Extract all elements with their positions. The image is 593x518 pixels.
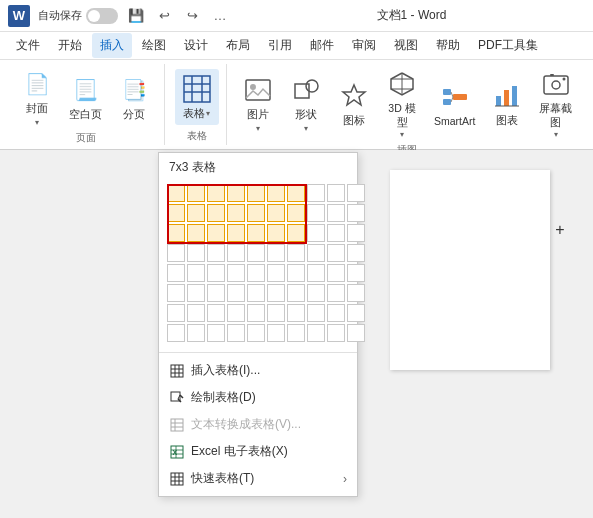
grid-cell[interactable] — [187, 204, 205, 222]
grid-cell[interactable] — [287, 204, 305, 222]
grid-cell[interactable] — [227, 324, 245, 342]
grid-cell[interactable] — [307, 184, 325, 202]
grid-cell[interactable] — [267, 284, 285, 302]
menu-view[interactable]: 视图 — [386, 33, 426, 58]
grid-cell[interactable] — [327, 184, 345, 202]
grid-cell[interactable] — [187, 244, 205, 262]
grid-cell[interactable] — [347, 184, 365, 202]
menu-layout[interactable]: 布局 — [218, 33, 258, 58]
grid-cell[interactable] — [207, 204, 225, 222]
grid-cell[interactable] — [327, 244, 345, 262]
grid-cell[interactable] — [207, 264, 225, 282]
save-icon[interactable]: 💾 — [126, 6, 146, 26]
chart-button[interactable]: 图表 — [485, 76, 529, 132]
grid-cell[interactable] — [347, 224, 365, 242]
grid-cell[interactable] — [307, 204, 325, 222]
grid-cell[interactable] — [247, 184, 265, 202]
grid-cell[interactable] — [347, 204, 365, 222]
grid-cell[interactable] — [227, 224, 245, 242]
grid-cell[interactable] — [247, 284, 265, 302]
picture-button[interactable]: 图片 ▾ — [236, 70, 280, 137]
grid-cell[interactable] — [167, 264, 185, 282]
grid-cell[interactable] — [207, 244, 225, 262]
grid-cell[interactable] — [327, 284, 345, 302]
smartart-button[interactable]: SmartArt — [428, 77, 481, 131]
grid-cell[interactable] — [227, 284, 245, 302]
cover-button[interactable]: 📄 封面 ▾ — [15, 64, 59, 131]
grid-cell[interactable] — [207, 184, 225, 202]
grid-cell[interactable] — [347, 244, 365, 262]
grid-cell[interactable] — [327, 224, 345, 242]
blank-page-button[interactable]: 📃 空白页 — [63, 70, 108, 126]
grid-cell[interactable] — [307, 284, 325, 302]
grid-cell[interactable] — [247, 224, 265, 242]
grid-cell[interactable] — [307, 324, 325, 342]
grid-cell[interactable] — [267, 304, 285, 322]
grid-cell[interactable] — [207, 224, 225, 242]
grid-cell[interactable] — [327, 204, 345, 222]
grid-cell[interactable] — [307, 304, 325, 322]
grid-cell[interactable] — [187, 224, 205, 242]
grid-cell[interactable] — [167, 304, 185, 322]
grid-cell[interactable] — [327, 324, 345, 342]
grid-cell[interactable] — [167, 224, 185, 242]
shape-button[interactable]: 形状 ▾ — [284, 70, 328, 137]
table-grid[interactable] — [159, 180, 357, 348]
grid-cell[interactable] — [327, 264, 345, 282]
grid-cell[interactable] — [167, 284, 185, 302]
grid-cell[interactable] — [227, 304, 245, 322]
undo-icon[interactable]: ↩ — [154, 6, 174, 26]
screenshot-button[interactable]: 屏幕截 图 ▾ — [533, 64, 578, 143]
grid-cell[interactable] — [227, 264, 245, 282]
grid-cell[interactable] — [247, 304, 265, 322]
grid-cell[interactable] — [267, 264, 285, 282]
grid-cell[interactable] — [207, 304, 225, 322]
grid-cell[interactable] — [287, 184, 305, 202]
grid-cell[interactable] — [247, 244, 265, 262]
menu-help[interactable]: 帮助 — [428, 33, 468, 58]
grid-cell[interactable] — [347, 264, 365, 282]
more-icon[interactable]: … — [210, 6, 230, 26]
grid-cell[interactable] — [187, 324, 205, 342]
grid-cell[interactable] — [307, 264, 325, 282]
grid-cell[interactable] — [227, 204, 245, 222]
draw-table-item[interactable]: 绘制表格(D) — [159, 384, 357, 411]
grid-cell[interactable] — [187, 304, 205, 322]
grid-cell[interactable] — [347, 284, 365, 302]
grid-cell[interactable] — [287, 264, 305, 282]
menu-ref[interactable]: 引用 — [260, 33, 300, 58]
menu-mail[interactable]: 邮件 — [302, 33, 342, 58]
grid-cell[interactable] — [287, 304, 305, 322]
excel-table-item[interactable]: X Excel 电子表格(X) — [159, 438, 357, 465]
grid-cell[interactable] — [347, 324, 365, 342]
grid-cell[interactable] — [227, 184, 245, 202]
grid-cell[interactable] — [287, 324, 305, 342]
grid-cell[interactable] — [167, 184, 185, 202]
grid-cell[interactable] — [267, 224, 285, 242]
grid-cell[interactable] — [267, 244, 285, 262]
menu-file[interactable]: 文件 — [8, 33, 48, 58]
grid-cell[interactable] — [247, 204, 265, 222]
grid-cell[interactable] — [167, 324, 185, 342]
menu-design[interactable]: 设计 — [176, 33, 216, 58]
autosave-toggle[interactable] — [86, 8, 118, 24]
table-button[interactable]: 表格 ▾ — [175, 69, 219, 125]
grid-cell[interactable] — [247, 264, 265, 282]
menu-insert[interactable]: 插入 — [92, 33, 132, 58]
grid-cell[interactable] — [187, 264, 205, 282]
page-break-button[interactable]: 📑 分页 — [112, 70, 156, 126]
grid-cell[interactable] — [267, 184, 285, 202]
grid-cell[interactable] — [327, 304, 345, 322]
grid-cell[interactable] — [267, 204, 285, 222]
menu-review[interactable]: 审阅 — [344, 33, 384, 58]
grid-cell[interactable] — [187, 184, 205, 202]
grid-cell[interactable] — [227, 244, 245, 262]
3d-model-button[interactable]: 3D 模 型 ▾ — [380, 64, 424, 143]
grid-cell[interactable] — [187, 284, 205, 302]
grid-cell[interactable] — [287, 224, 305, 242]
icon-button[interactable]: 图标 — [332, 76, 376, 132]
grid-cell[interactable] — [167, 244, 185, 262]
quick-table-item[interactable]: 快速表格(T) › — [159, 465, 357, 492]
grid-cell[interactable] — [247, 324, 265, 342]
grid-cell[interactable] — [207, 324, 225, 342]
